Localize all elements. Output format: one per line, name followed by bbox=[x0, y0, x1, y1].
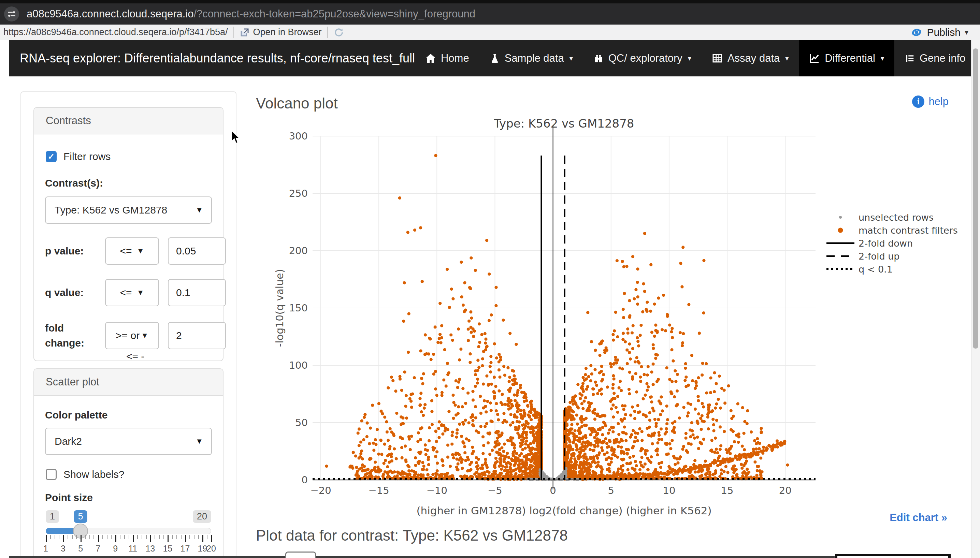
contrasts-panel: Contrasts ✓ Filter rows Contrast(s): Typ… bbox=[33, 107, 224, 361]
color-palette-select[interactable]: Dark2 ▼ bbox=[45, 428, 212, 455]
home-icon bbox=[425, 53, 436, 64]
info-icon: i bbox=[912, 95, 924, 108]
nav-item-qc-exploratory[interactable]: QC/ exploratory▾ bbox=[583, 40, 702, 76]
show-labels-row[interactable]: Show labels? bbox=[46, 469, 212, 480]
bottom-section-border bbox=[9, 556, 835, 558]
point-size-slider[interactable]: 1 5 20 13579111315171920 bbox=[46, 510, 211, 558]
p-op-caret-icon: ▼ bbox=[137, 246, 144, 256]
slider-tick bbox=[81, 535, 82, 542]
point-size-label: Point size bbox=[45, 492, 212, 504]
slider-tick bbox=[150, 535, 151, 542]
p-value-operator-select[interactable]: <=▼ bbox=[105, 237, 159, 265]
fold-op-overflow-text: <= - bbox=[126, 351, 144, 362]
q-value-operator-select[interactable]: <=▼ bbox=[105, 279, 159, 306]
url-params: /?connect-exch-token=ab25pu2ose&view=shi… bbox=[194, 8, 475, 20]
connect-toolbar: https://a08c9546a.connect.cloud.seqera.i… bbox=[0, 25, 980, 40]
fold-change-input[interactable]: 2 bbox=[168, 322, 226, 349]
p-op-value: <= bbox=[120, 245, 132, 257]
open-in-browser-icon bbox=[240, 27, 250, 38]
sidebar: Contrasts ✓ Filter rows Contrast(s): Typ… bbox=[20, 92, 237, 558]
page-scrollbar[interactable] bbox=[971, 40, 980, 558]
svg-text:15: 15 bbox=[721, 485, 733, 496]
filter-rows-checkbox[interactable]: ✓ bbox=[46, 151, 57, 162]
plot-data-heading: Plot data for contrast: Type: K562 vs GM… bbox=[256, 527, 568, 544]
slider-tick bbox=[124, 535, 125, 539]
url-host: a08c9546a.connect.cloud.seqera.io bbox=[26, 8, 194, 20]
fold-op-value: >= or bbox=[116, 330, 140, 341]
svg-text:−10: −10 bbox=[426, 485, 447, 496]
flask-icon bbox=[490, 53, 500, 64]
svg-text:100: 100 bbox=[289, 359, 308, 371]
nav-item-differential[interactable]: Differential▾ bbox=[799, 40, 894, 76]
legend-item-unselected-rows[interactable]: unselected rows bbox=[825, 211, 958, 224]
slider-tick bbox=[163, 535, 164, 539]
fold-change-operator-select[interactable]: >= or▼ <= - bbox=[105, 322, 159, 349]
filter-rows-row[interactable]: ✓ Filter rows bbox=[46, 151, 212, 162]
nav-item-assay-data[interactable]: Assay data▾ bbox=[702, 40, 799, 76]
open-in-browser-button[interactable]: Open in Browser bbox=[240, 27, 322, 38]
scrollbar-thumb[interactable] bbox=[973, 48, 978, 349]
publish-label: Publish bbox=[927, 26, 960, 38]
slider-max-badge: 20 bbox=[193, 510, 211, 523]
site-settings-icon[interactable] bbox=[4, 7, 19, 21]
legend-marker-icon bbox=[825, 240, 856, 246]
svg-text:5: 5 bbox=[608, 485, 614, 496]
reload-icon[interactable] bbox=[334, 27, 344, 38]
q-value-input[interactable]: 0.1 bbox=[168, 279, 226, 306]
list-icon bbox=[904, 53, 915, 64]
legend-item-q-0-1[interactable]: q < 0.1 bbox=[825, 263, 958, 276]
slider-min-badge: 1 bbox=[46, 510, 59, 523]
nav-caret-icon: ▾ bbox=[785, 54, 789, 62]
contrast-select-caret-icon: ▼ bbox=[196, 206, 203, 215]
slider-tick bbox=[46, 535, 47, 542]
slider-tick bbox=[155, 535, 155, 539]
fold-change-text: 2 bbox=[176, 330, 182, 341]
slider-tick bbox=[98, 535, 99, 542]
svg-text:−5: −5 bbox=[488, 485, 502, 496]
slider-tick-label: 19 bbox=[198, 544, 207, 553]
slider-tick-label: 11 bbox=[128, 544, 137, 553]
contrast-select[interactable]: Type: K562 vs GM12878 ▼ bbox=[45, 197, 212, 224]
fold-change-label: fold change: bbox=[45, 321, 96, 350]
publish-caret-icon: ▾ bbox=[965, 28, 968, 37]
nav-item-label: Assay data bbox=[727, 52, 780, 64]
help-link[interactable]: i help bbox=[912, 95, 949, 108]
scatter-plot-panel: Scatter plot Color palette Dark2 ▼ Show … bbox=[33, 368, 224, 558]
open-in-browser-label: Open in Browser bbox=[253, 27, 322, 38]
legend-label: 2-fold up bbox=[858, 251, 899, 262]
nav-item-sample-data[interactable]: Sample data▾ bbox=[479, 40, 583, 76]
publish-button[interactable]: Publish ▾ bbox=[910, 25, 968, 40]
volcano-plot[interactable]: −20−15−10−505101520050100150200250300Typ… bbox=[263, 116, 836, 530]
slider-tick-label: 5 bbox=[78, 544, 83, 553]
browser-address-bar[interactable]: a08c9546a.connect.cloud.seqera.io/?conne… bbox=[0, 3, 980, 25]
nav-item-label: Sample data bbox=[505, 52, 564, 64]
legend-item-2-fold-up[interactable]: 2-fold up bbox=[825, 249, 958, 263]
help-label: help bbox=[929, 95, 949, 108]
edit-chart-link[interactable]: Edit chart » bbox=[890, 512, 947, 524]
slider-tick bbox=[146, 535, 147, 539]
legend-marker-icon bbox=[825, 214, 856, 221]
palette-select-caret-icon: ▼ bbox=[196, 437, 203, 446]
p-value-input[interactable]: 0.05 bbox=[168, 237, 226, 265]
slider-tick bbox=[137, 535, 138, 539]
slider-tick bbox=[189, 535, 190, 539]
url-text[interactable]: a08c9546a.connect.cloud.seqera.io/?conne… bbox=[26, 8, 475, 20]
nav-item-label: Home bbox=[441, 52, 469, 64]
show-labels-label: Show labels? bbox=[64, 469, 124, 480]
partial-button[interactable] bbox=[285, 551, 316, 558]
legend-item-2-fold-down[interactable]: 2-fold down bbox=[825, 237, 958, 249]
nav-item-gene-info[interactable]: Gene info bbox=[894, 40, 975, 76]
legend-item-match-contrast-filters[interactable]: match contrast filters bbox=[825, 224, 958, 237]
nav-caret-icon: ▾ bbox=[881, 54, 884, 62]
svg-text:Type: K562 vs GM12878: Type: K562 vs GM12878 bbox=[494, 117, 634, 130]
slider-tick-label: 9 bbox=[113, 544, 118, 553]
slider-tick bbox=[172, 535, 173, 539]
filter-rows-label: Filter rows bbox=[64, 151, 110, 162]
show-labels-checkbox[interactable] bbox=[46, 469, 57, 480]
slider-tick bbox=[115, 535, 116, 542]
svg-text:150: 150 bbox=[289, 302, 308, 314]
svg-text:−20: −20 bbox=[310, 485, 331, 496]
slider-tick-label: 3 bbox=[61, 544, 66, 553]
nav-item-label: QC/ exploratory bbox=[608, 52, 682, 64]
nav-item-home[interactable]: Home bbox=[415, 40, 479, 76]
